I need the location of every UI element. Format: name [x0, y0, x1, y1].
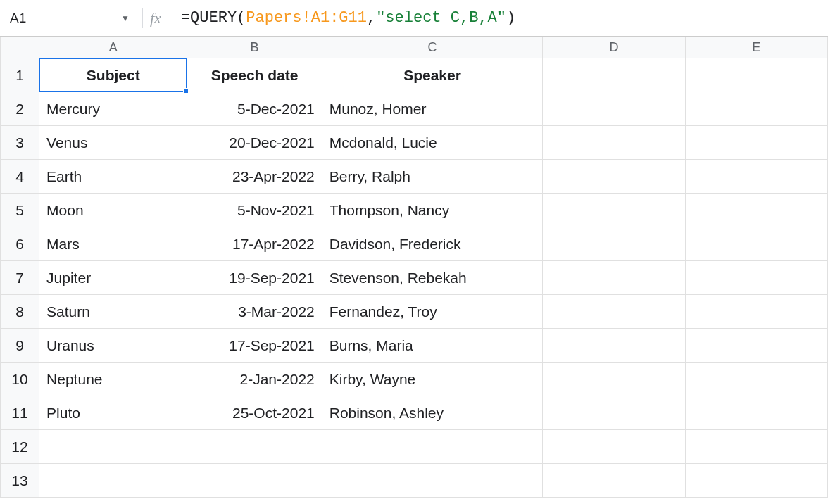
cell-B2[interactable]: 5-Dec-2021 — [187, 92, 322, 126]
col-header-C[interactable]: C — [322, 37, 543, 58]
cell-A7[interactable]: Jupiter — [39, 261, 187, 295]
cell-A2[interactable]: Mercury — [39, 92, 187, 126]
cell-B6[interactable]: 17-Apr-2022 — [187, 227, 322, 261]
col-header-A[interactable]: A — [39, 37, 187, 58]
cell-D9[interactable] — [543, 329, 685, 363]
cell-E4[interactable] — [685, 160, 827, 194]
cell-A12[interactable] — [39, 430, 187, 464]
cell-D7[interactable] — [543, 261, 685, 295]
select-all-corner[interactable] — [1, 37, 39, 58]
cell-C2[interactable]: Munoz, Homer — [322, 92, 543, 126]
cell-A4[interactable]: Earth — [39, 160, 187, 194]
row-header[interactable]: 5 — [1, 194, 39, 227]
row-header[interactable]: 6 — [1, 227, 39, 261]
row-header[interactable]: 3 — [1, 126, 39, 160]
cell-E12[interactable] — [685, 430, 827, 464]
cell-B4[interactable]: 23-Apr-2022 — [187, 160, 322, 194]
cell-D8[interactable] — [543, 295, 685, 329]
cell-C7[interactable]: Stevenson, Rebekah — [322, 261, 543, 295]
cell-D3[interactable] — [543, 126, 685, 160]
cell-E11[interactable] — [685, 396, 827, 430]
col-header-E[interactable]: E — [685, 37, 827, 58]
row-header[interactable]: 10 — [1, 363, 39, 396]
cell-B3[interactable]: 20-Dec-2021 — [187, 126, 322, 160]
cell-B12[interactable] — [187, 430, 322, 464]
row-header[interactable]: 4 — [1, 160, 39, 194]
cell-text: Speaker — [403, 67, 461, 84]
cell-D10[interactable] — [543, 363, 685, 396]
cell-text: Kirby, Wayne — [330, 371, 416, 388]
cell-text: Fernandez, Troy — [330, 303, 437, 320]
cell-B8[interactable]: 3-Mar-2022 — [187, 295, 322, 329]
cell-C5[interactable]: Thompson, Nancy — [322, 194, 543, 227]
name-box[interactable]: A1 ▼ — [4, 6, 135, 31]
row-header[interactable]: 9 — [1, 329, 39, 363]
cell-C8[interactable]: Fernandez, Troy — [322, 295, 543, 329]
cell-E3[interactable] — [685, 126, 827, 160]
cell-text: 17-Sep-2021 — [229, 337, 314, 354]
col-header-B[interactable]: B — [187, 37, 322, 58]
cell-A8[interactable]: Saturn — [39, 295, 187, 329]
cell-D5[interactable] — [543, 194, 685, 227]
cell-E10[interactable] — [685, 363, 827, 396]
cell-E13[interactable] — [685, 464, 827, 498]
cell-D2[interactable] — [543, 92, 685, 126]
grid[interactable]: A B C D E 1 Subject Speech date Speaker … — [0, 37, 828, 498]
cell-D13[interactable] — [543, 464, 685, 498]
cell-text: Saturn — [46, 303, 90, 320]
cell-C4[interactable]: Berry, Ralph — [322, 160, 543, 194]
cell-D11[interactable] — [543, 396, 685, 430]
cell-B7[interactable]: 19-Sep-2021 — [187, 261, 322, 295]
cell-C13[interactable] — [322, 464, 543, 498]
cell-A10[interactable]: Neptune — [39, 363, 187, 396]
cell-B1[interactable]: Speech date — [187, 58, 322, 92]
cell-E7[interactable] — [685, 261, 827, 295]
cell-text: 20-Dec-2021 — [229, 134, 314, 151]
row-header[interactable]: 12 — [1, 430, 39, 464]
cell-C11[interactable]: Robinson, Ashley — [322, 396, 543, 430]
cell-B11[interactable]: 25-Oct-2021 — [187, 396, 322, 430]
row-header[interactable]: 2 — [1, 92, 39, 126]
row-header[interactable]: 11 — [1, 396, 39, 430]
cell-B9[interactable]: 17-Sep-2021 — [187, 329, 322, 363]
cell-C12[interactable] — [322, 430, 543, 464]
cell-C9[interactable]: Burns, Maria — [322, 329, 543, 363]
cell-A3[interactable]: Venus — [39, 126, 187, 160]
formula-fn: QUERY — [190, 9, 237, 27]
col-header-D[interactable]: D — [543, 37, 685, 58]
formula-input[interactable]: =QUERY(Papers!A1:G11, "select C,B,A") — [181, 9, 515, 27]
cell-A11[interactable]: Pluto — [39, 396, 187, 430]
cell-text: Subject — [87, 67, 140, 84]
cell-text: 5-Dec-2021 — [237, 101, 315, 118]
cell-E8[interactable] — [685, 295, 827, 329]
cell-A13[interactable] — [39, 464, 187, 498]
cell-E6[interactable] — [685, 227, 827, 261]
cell-D12[interactable] — [543, 430, 685, 464]
chevron-down-icon[interactable]: ▼ — [121, 13, 130, 23]
row-header[interactable]: 8 — [1, 295, 39, 329]
cell-B10[interactable]: 2-Jan-2022 — [187, 363, 322, 396]
cell-text: 5-Nov-2021 — [237, 202, 315, 219]
cell-D1[interactable] — [543, 58, 685, 92]
row-header[interactable]: 13 — [1, 464, 39, 498]
cell-A5[interactable]: Moon — [39, 194, 187, 227]
row-header[interactable]: 7 — [1, 261, 39, 295]
cell-C3[interactable]: Mcdonald, Lucie — [322, 126, 543, 160]
cell-C10[interactable]: Kirby, Wayne — [322, 363, 543, 396]
cell-B13[interactable] — [187, 464, 322, 498]
cell-text: 23-Apr-2022 — [232, 168, 315, 185]
cell-E2[interactable] — [685, 92, 827, 126]
cell-C1[interactable]: Speaker — [322, 58, 543, 92]
cell-E9[interactable] — [685, 329, 827, 363]
cell-B5[interactable]: 5-Nov-2021 — [187, 194, 322, 227]
cell-E1[interactable] — [685, 58, 827, 92]
cell-E5[interactable] — [685, 194, 827, 227]
row-header[interactable]: 1 — [1, 58, 39, 92]
column-headers-row: A B C D E — [1, 37, 828, 58]
cell-D4[interactable] — [543, 160, 685, 194]
cell-D6[interactable] — [543, 227, 685, 261]
cell-A9[interactable]: Uranus — [39, 329, 187, 363]
cell-A1[interactable]: Subject — [39, 58, 187, 92]
cell-A6[interactable]: Mars — [39, 227, 187, 261]
cell-C6[interactable]: Davidson, Frederick — [322, 227, 543, 261]
